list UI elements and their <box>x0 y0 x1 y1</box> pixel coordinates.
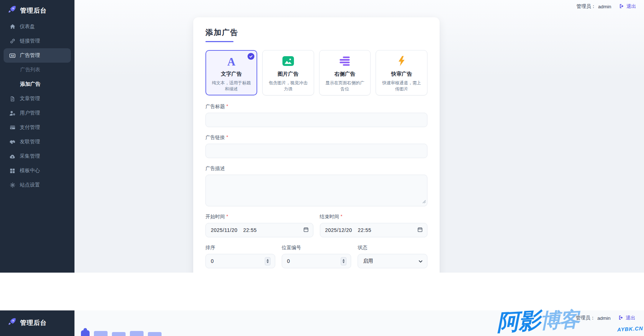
link-icon <box>9 38 15 44</box>
admin-info: 管理员： admin <box>576 315 611 321</box>
sort-group: 排序 0 <box>205 245 275 268</box>
ad-type-selector: A 文字广告 纯文本，适用于标题和描述 <box>205 50 427 95</box>
sidebar-item-add-ad[interactable]: 添加广告 <box>4 77 71 91</box>
handshake-icon <box>9 139 15 145</box>
brand-title: 管理后台 <box>20 6 47 15</box>
status-label: 状态 <box>358 245 367 251</box>
end-time-input[interactable]: 2025/12/20 22:55 <box>320 223 428 237</box>
end-time-group: 结束时间 * 2025/12/20 22:55 <box>320 214 428 237</box>
position-group: 位置编号 0 <box>282 245 352 268</box>
sidebar-item-users[interactable]: 用户管理 <box>4 106 71 120</box>
admin-name: admin <box>598 4 611 9</box>
logout-button[interactable]: 退出 <box>618 315 635 321</box>
ad-type-card-text[interactable]: A 文字广告 纯文本，适用于标题和描述 <box>205 50 257 95</box>
ad-type-card-fast-review[interactable]: 快审广告 快速审核通道，需上传图片 <box>376 50 427 95</box>
grid-icon <box>9 168 15 174</box>
ad-badge-icon: Ad <box>9 53 15 59</box>
number-stepper[interactable] <box>341 257 346 265</box>
ad-title-label: 广告标题 <box>205 103 225 110</box>
sidebar-item-collection[interactable]: 采集管理 <box>4 149 71 163</box>
ad-link-label: 广告链接 <box>205 134 225 141</box>
document-icon <box>9 96 15 102</box>
sidebar-item-articles[interactable]: 文章管理 <box>4 91 71 106</box>
sidebar-item-friend-links[interactable]: 友联管理 <box>4 135 71 149</box>
ad-desc-textarea[interactable] <box>205 175 427 206</box>
ad-desc-group: 广告描述 <box>205 165 427 206</box>
sidebar-item-links[interactable]: 链接管理 <box>4 34 71 48</box>
logout-button[interactable]: 退出 <box>619 3 636 10</box>
ad-link-group: 广告链接 * <box>205 134 427 158</box>
logout-icon <box>619 4 624 10</box>
number-stepper[interactable] <box>265 257 271 265</box>
sidebar-nav: 仪表盘 链接管理 Ad <box>0 17 74 192</box>
start-time-input[interactable]: 2025/11/20 22:55 <box>205 223 313 237</box>
start-time-label: 开始时间 <box>205 214 225 220</box>
ad-type-card-right-side[interactable]: 右侧广告 显示在页面右侧的广告位 <box>319 50 371 95</box>
ad-title-group: 广告标题 * <box>205 103 427 127</box>
sidebar: 管理后台 仪表盘 链接管理 <box>0 0 74 273</box>
home-icon <box>9 24 15 30</box>
text-ad-icon: A <box>227 56 235 67</box>
position-label: 位置编号 <box>282 245 301 251</box>
sidebar-item-dashboard[interactable]: 仪表盘 <box>4 19 71 34</box>
partial-section-heading <box>81 327 162 336</box>
topbar: 管理员： admin 退出 <box>576 3 636 10</box>
sidebar-item-payments[interactable]: 支付管理 <box>4 120 71 135</box>
selected-check-icon <box>248 53 254 60</box>
add-ad-card: 添加广告 A 文字广告 纯文本，适用于标题和描述 <box>193 17 440 273</box>
sidebar-item-ads[interactable]: Ad 广告管理 <box>4 48 71 63</box>
calendar-icon[interactable] <box>417 227 423 233</box>
required-mark: * <box>341 214 343 220</box>
user-gear-icon <box>9 110 15 116</box>
sidebar-item-ad-list[interactable]: 广告列表 <box>4 63 71 77</box>
required-mark: * <box>226 214 228 220</box>
sidebar-item-settings[interactable]: 站点设置 <box>4 178 71 192</box>
sidebar-fragment: 管理后台 <box>0 310 74 336</box>
position-input[interactable]: 0 <box>282 254 352 268</box>
title-underline <box>205 41 233 42</box>
sort-label: 排序 <box>205 245 215 251</box>
chevron-down-icon <box>418 258 423 264</box>
ad-desc-label: 广告描述 <box>205 165 225 172</box>
image-ad-icon <box>282 56 294 67</box>
brand: 管理后台 <box>0 310 74 327</box>
admin-name: admin <box>597 315 611 321</box>
logout-icon <box>618 315 623 321</box>
lightning-icon <box>398 56 405 68</box>
required-mark: * <box>226 103 228 110</box>
ad-title-input[interactable] <box>205 113 427 127</box>
ad-type-card-image[interactable]: 图片广告 包含图片，视觉冲击力强 <box>262 50 314 95</box>
page-1: 管理后台 仪表盘 链接管理 <box>0 0 644 273</box>
main-area: 管理员： admin 退出 添加广告 <box>74 0 644 273</box>
page-title: 添加广告 <box>205 27 427 37</box>
start-time-group: 开始时间 * 2025/11/20 22:55 <box>205 214 313 237</box>
page-2-fragment: 管理后台 管理员： admin 退出 <box>0 310 644 336</box>
topbar-fragment: 管理员： admin 退出 <box>576 315 635 321</box>
resize-grip-icon[interactable] <box>422 198 426 205</box>
cloud-download-icon <box>9 153 15 160</box>
brand: 管理后台 <box>0 0 74 17</box>
ad-link-input[interactable] <box>205 144 427 158</box>
align-right-icon <box>339 56 350 67</box>
svg-text:Ad: Ad <box>11 54 14 57</box>
brand-title: 管理后台 <box>20 318 47 327</box>
credit-card-icon <box>9 125 15 131</box>
calendar-icon[interactable] <box>303 227 309 233</box>
sidebar-item-templates[interactable]: 模板中心 <box>4 163 71 178</box>
rocket-icon <box>7 5 17 16</box>
admin-info: 管理员： admin <box>576 3 611 10</box>
end-time-label: 结束时间 <box>320 214 339 220</box>
status-group: 状态 启用 <box>358 245 427 268</box>
gear-icon <box>9 182 15 188</box>
required-mark: * <box>226 134 228 141</box>
rocket-icon <box>7 317 17 328</box>
plugin-icon <box>81 330 90 336</box>
main-fragment: 管理员： admin 退出 <box>74 310 644 336</box>
screen: 管理后台 仪表盘 链接管理 <box>0 0 644 336</box>
sort-input[interactable]: 0 <box>205 254 275 268</box>
status-select[interactable]: 启用 <box>358 254 427 268</box>
